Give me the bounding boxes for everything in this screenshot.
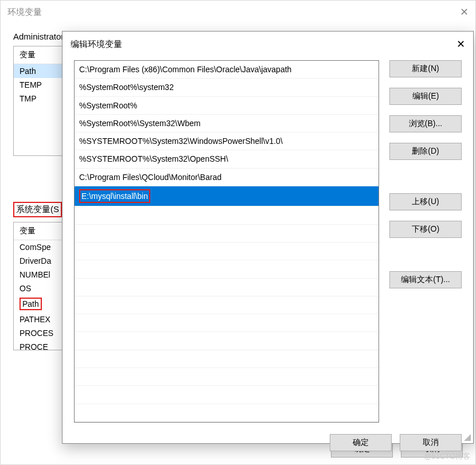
path-text: C:\Program Files (x86)\Common Files\Orac… [79,65,291,74]
edit-text-button[interactable]: 编辑文本(T)... [389,271,462,288]
user-vars-header: 变量 [14,46,41,64]
path-row[interactable]: %SystemRoot% [75,97,379,115]
edit-dialog-title-bar: 编辑环境变量 ✕ [63,32,473,57]
path-text: %SystemRoot%\system32 [79,83,174,92]
path-row-empty [75,260,379,278]
path-text: %SYSTEMROOT%\System32\WindowsPowerShell\… [79,136,283,146]
delete-button[interactable]: 删除(D) [389,143,462,160]
path-row-empty [75,332,379,350]
path-listbox[interactable]: C:\Program Files (x86)\Common Files\Orac… [74,60,379,423]
path-row-empty [75,243,379,260]
path-row-empty [75,404,379,422]
new-button[interactable]: 新建(N) [389,60,462,77]
path-row[interactable]: %SystemRoot%\system32 [75,79,379,96]
path-row-empty [75,350,379,368]
path-text: %SYSTEMROOT%\System32\OpenSSH\ [79,154,228,163]
move-up-button[interactable]: 上移(U) [389,193,462,210]
path-row[interactable]: C:\Program Files\QCloud\Monitor\Barad [75,169,379,186]
path-row[interactable]: %SYSTEMROOT%\System32\OpenSSH\ [75,150,379,168]
path-row[interactable]: %SystemRoot%\System32\Wbem [75,115,379,132]
browse-button[interactable]: 浏览(B)... [389,115,462,132]
path-row-empty [75,279,379,296]
path-row-empty [75,386,379,404]
close-icon[interactable]: ✕ [447,38,465,50]
path-row-empty [75,368,379,386]
system-section-label: 系统变量(S [13,202,62,217]
path-row[interactable]: %SYSTEMROOT%\System32\WindowsPowerShell\… [75,132,379,150]
system-vars-header: 变量 [14,222,41,240]
edit-button[interactable]: 编辑(E) [389,88,462,105]
path-row-empty [75,206,379,224]
user-section-label: Administrator [13,32,64,41]
move-down-button[interactable]: 下移(O) [389,221,462,238]
edit-cancel-button[interactable]: 取消 [400,434,462,451]
resize-grip-icon[interactable] [463,433,471,441]
path-row-empty [75,225,379,243]
close-icon[interactable]: ✕ [450,6,469,18]
path-row-empty [75,296,379,314]
env-vars-title: 环境变量 [7,7,42,18]
edit-ok-button[interactable]: 确定 [330,434,392,451]
edit-env-var-dialog: 编辑环境变量 ✕ C:\Program Files (x86)\Common F… [62,31,474,444]
path-row[interactable]: E:\mysql\install\bin [75,186,379,206]
path-text: %SystemRoot% [79,101,137,110]
path-text: E:\mysql\install\bin [79,189,150,203]
path-text: %SystemRoot%\System32\Wbem [79,119,201,128]
watermark: @51CTO博客 [424,451,470,462]
path-text: C:\Program Files\QCloud\Monitor\Barad [79,173,221,182]
env-vars-title-bar: 环境变量 ✕ [1,1,475,24]
path-row[interactable]: C:\Program Files (x86)\Common Files\Orac… [75,61,379,79]
path-row-empty [75,314,379,332]
edit-dialog-title: 编辑环境变量 [71,39,122,50]
